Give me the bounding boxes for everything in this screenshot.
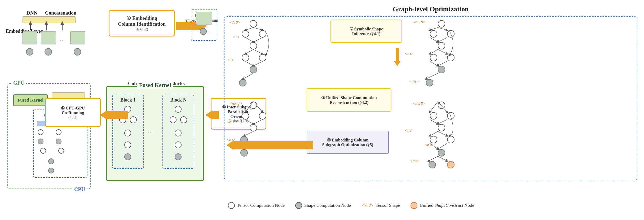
blockN-box: Block N bbox=[162, 95, 194, 169]
br-node6 bbox=[447, 136, 455, 143]
legend-unified-node: Unified ShapeConstruct Node bbox=[411, 202, 474, 209]
svg-line-5 bbox=[245, 38, 253, 42]
block1-box: Block 1 bbox=[112, 95, 144, 169]
middle-panel: ① Embedding Column Identification (§3.1.… bbox=[101, 5, 215, 212]
emb-id-node bbox=[200, 28, 207, 35]
tr-node2 bbox=[430, 30, 437, 38]
step3-box: ③ Unified Shape Computation Reconstructi… bbox=[307, 88, 391, 112]
step4-title: Subgraph Optimization (§5) bbox=[322, 143, 373, 147]
br-node2 bbox=[430, 112, 437, 120]
svg-line-19 bbox=[438, 61, 447, 66]
svg-line-34 bbox=[438, 143, 447, 149]
cpu-tnode-1 bbox=[38, 129, 43, 135]
vert-arrow-step3 bbox=[394, 48, 400, 66]
svg-line-35 bbox=[429, 156, 438, 161]
step1-box: ① Embedding Column Identification (§3.1.… bbox=[109, 10, 175, 36]
cpu-tnode-2 bbox=[56, 129, 61, 135]
svg-line-23 bbox=[245, 120, 253, 124]
blockN-label: Block N bbox=[170, 97, 187, 103]
legend-tensor-node: Tensor Computation Node bbox=[228, 202, 285, 209]
shape-q2: <?> bbox=[232, 35, 240, 39]
svg-line-13 bbox=[438, 28, 447, 30]
legend-tensor-label: Tensor Computation Node bbox=[237, 203, 285, 208]
legend-area: Tensor Computation Node Shape Computatio… bbox=[228, 202, 633, 209]
step4-box: ④ Embedding Column Subgraph Optimization… bbox=[307, 131, 389, 154]
step1-num: ① Embedding bbox=[126, 15, 157, 21]
step1-ref: (§3.1.2) bbox=[135, 27, 148, 31]
svg-line-10 bbox=[253, 61, 263, 66]
tr-node1 bbox=[438, 20, 445, 28]
step6-box: ⑥ CPU-GPU Co-Running (§3.2) bbox=[45, 98, 101, 127]
shape-n1-br: <n₁> bbox=[425, 143, 434, 147]
bl-snode2 bbox=[240, 149, 248, 157]
arrow-step6 bbox=[100, 110, 128, 120]
step2-title: Inference (§4.1) bbox=[352, 31, 380, 36]
shape-q3: <?> bbox=[227, 58, 234, 62]
step3-num: ③ Unified Shape Computation bbox=[321, 95, 377, 100]
main-container: DNN Concatenation Embedding Layer ... bbox=[0, 0, 644, 220]
emb-box-1 bbox=[23, 31, 37, 44]
svg-line-30 bbox=[438, 120, 447, 124]
legend-circle-gray bbox=[295, 202, 302, 209]
bl-node3 bbox=[259, 112, 266, 120]
svg-line-4 bbox=[253, 28, 263, 30]
svg-line-8 bbox=[253, 49, 263, 54]
legend-circle-white bbox=[228, 202, 235, 209]
bN-node3 bbox=[180, 116, 187, 123]
legend-circle-peach bbox=[411, 202, 417, 209]
shape-n0-8-bot: <n₀, 8> bbox=[413, 101, 426, 106]
graph-outer-box: <?, 8> <?> <?> bbox=[224, 16, 637, 180]
step6-title: Co-Running bbox=[62, 111, 84, 115]
b1-node3 bbox=[130, 116, 137, 123]
bl-node1 bbox=[250, 102, 257, 109]
step3-title: Reconstruction (§4.2) bbox=[330, 100, 369, 105]
svg-line-25 bbox=[244, 131, 253, 136]
tl-node2 bbox=[242, 30, 249, 38]
shape-q1: <?, 8> bbox=[229, 20, 241, 25]
cpu-tnode-4 bbox=[58, 148, 64, 154]
legend-shape-desc: Tensor Shape bbox=[376, 203, 400, 208]
bN-node2 bbox=[170, 116, 177, 123]
emb-box-2 bbox=[41, 31, 56, 44]
concat-bar-gpu bbox=[52, 92, 85, 98]
svg-line-7 bbox=[245, 49, 253, 54]
fused-kernel-box: Fused Kernel bbox=[13, 94, 48, 106]
cpu-label: CPU bbox=[73, 186, 87, 192]
concat-bar-top bbox=[23, 16, 76, 23]
tl-snode1 bbox=[250, 66, 257, 73]
input-node-2 bbox=[45, 48, 52, 56]
br-node1 bbox=[438, 102, 445, 109]
bl-node4 bbox=[250, 124, 257, 131]
concat-label: Concatenation bbox=[45, 10, 76, 16]
blocks-dots: ... bbox=[148, 128, 153, 135]
svg-line-11 bbox=[243, 73, 253, 79]
bl-node2 bbox=[242, 112, 249, 120]
step4-num: ④ Embedding Column bbox=[327, 138, 368, 143]
shape-n1-top: <n₁> bbox=[405, 51, 414, 56]
shape-n0-8-mid: <n₀, 8> bbox=[229, 101, 242, 106]
b1-node5 bbox=[124, 141, 131, 148]
input-node-3 bbox=[74, 48, 81, 56]
tr-graph-svg bbox=[405, 17, 471, 102]
fused-kernel-main: Fused Kernel Block 1 ... Block N bbox=[106, 86, 204, 181]
tl-node4 bbox=[250, 42, 257, 49]
svg-line-24 bbox=[253, 120, 263, 124]
shape-n0-bot: <n₀> bbox=[410, 79, 419, 84]
br-node5 bbox=[430, 136, 437, 143]
shape-n0-mid: <n₀> bbox=[227, 120, 236, 124]
shape-n0-br: <n₀> bbox=[405, 128, 414, 133]
bN-node1 bbox=[175, 106, 182, 113]
svg-line-9 bbox=[245, 61, 253, 66]
cpu-snode-bot bbox=[48, 158, 54, 164]
gpu-label: GPU bbox=[12, 80, 26, 86]
legend-shape-text: <?, 8> bbox=[361, 203, 374, 208]
block1-label: Block 1 bbox=[120, 97, 136, 103]
tr-snode2 bbox=[426, 79, 433, 86]
b1-node4 bbox=[124, 130, 131, 136]
tl-snode2 bbox=[239, 79, 246, 86]
b1-snode bbox=[124, 153, 131, 160]
legend-shape-node: Shape Computation Node bbox=[295, 202, 351, 209]
shape-n0-8-top: <n₀, 8> bbox=[413, 20, 426, 24]
tl-node1 bbox=[250, 20, 257, 28]
emb-id-box bbox=[196, 12, 212, 25]
